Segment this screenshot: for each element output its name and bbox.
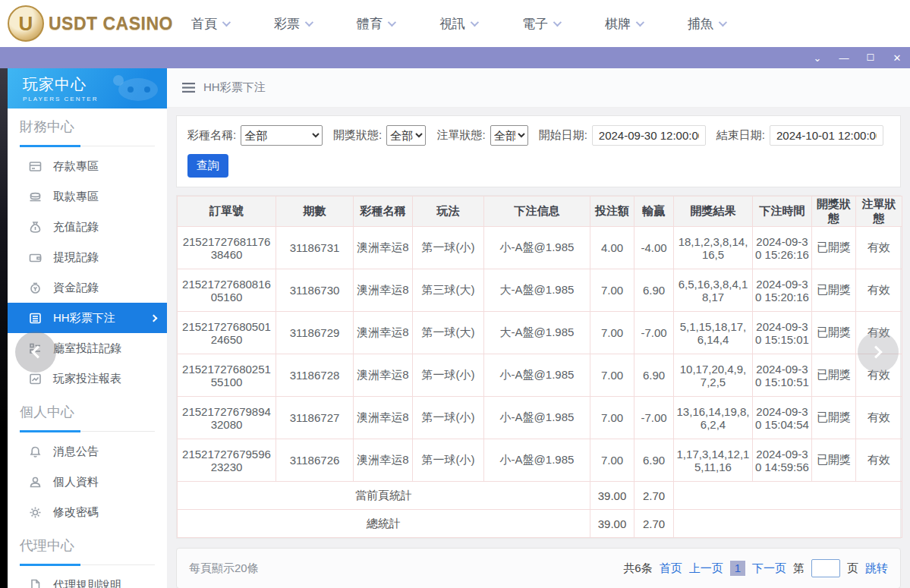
- nav-item-sports[interactable]: 體育: [357, 15, 394, 33]
- cell-bet-info: 大-A盤@1.985: [484, 269, 590, 312]
- sidebar-item-withdraw[interactable]: 取款專區: [8, 181, 167, 212]
- sidebar: 玩家中心 PLAYERS CENTER 財務中心 存款專區 取款專區 充值記錄: [8, 68, 167, 588]
- cell-play: 第一球(小): [413, 227, 484, 269]
- window-maximize-icon[interactable]: ☐: [865, 52, 876, 63]
- nav-item-lottery[interactable]: 彩票: [274, 15, 311, 33]
- cell-play: 第一球(大): [413, 312, 484, 354]
- cell-draw-result: 18,1,2,3,8,14,16,5: [674, 227, 753, 269]
- sidebar-item-recharge-record[interactable]: 充值記錄: [8, 212, 167, 242]
- wallet-icon: [29, 251, 42, 264]
- jump-link[interactable]: 跳转: [865, 561, 888, 576]
- page-summary-label: 當前頁統計: [178, 482, 590, 510]
- nav-item-fishing[interactable]: 捕魚: [688, 15, 725, 33]
- cell-order-id: 2152172767959623230: [178, 439, 276, 482]
- cell-win-loss: -7.00: [634, 312, 674, 354]
- start-date-input[interactable]: [592, 125, 706, 146]
- col-order-id: 訂單號: [178, 197, 276, 227]
- app-body: 玩家中心 PLAYERS CENTER 財務中心 存款專區 取款專區 充值記錄: [0, 68, 910, 588]
- lottery-name-select[interactable]: 全部: [241, 125, 323, 146]
- per-page-label: 每頁顯示20條: [189, 561, 259, 576]
- total-summary-bet-amount: 39.00: [590, 510, 634, 538]
- cell-bet-amount: 7.00: [590, 269, 634, 312]
- nav-item-electronic[interactable]: 電子: [522, 15, 559, 33]
- cell-bet-time: 2024-09-30 15:20:16: [753, 269, 812, 312]
- search-button[interactable]: 查詢: [187, 154, 228, 178]
- current-page-badge[interactable]: 1: [730, 561, 745, 576]
- sidebar-item-deposit[interactable]: 存款專區: [8, 151, 167, 181]
- cell-bet-time: 2024-09-30 14:59:56: [753, 439, 812, 482]
- cell-lottery: 澳洲幸运8: [354, 354, 413, 397]
- cell-bet-status: 有效: [856, 269, 902, 312]
- table-row: 2152172767989432080 31186727 澳洲幸运8 第一球(小…: [178, 397, 902, 439]
- scroll-right-button[interactable]: [858, 332, 899, 373]
- cell-win-loss: -7.00: [634, 397, 674, 439]
- sidebar-item-withdrawal-record[interactable]: 提現記錄: [8, 242, 167, 272]
- cell-draw-result: 5,1,15,18,17,6,14,4: [674, 312, 753, 354]
- col-draw-result: 開獎結果: [674, 197, 753, 227]
- cell-play: 第三球(大): [413, 269, 484, 312]
- cell-period: 31186731: [276, 227, 354, 269]
- col-bet-status: 注單狀態: [856, 197, 902, 227]
- chevron-down-icon: [471, 18, 479, 27]
- main-menu: 首頁 彩票 體育 視訊 電子 棋牌 捕魚: [191, 0, 725, 47]
- bet-status-select[interactable]: 全部: [490, 125, 528, 146]
- breadcrumb: HH彩票下注: [167, 68, 910, 108]
- window-controls: ⌄ — ☐ ✕: [812, 47, 902, 68]
- sidebar-item-label: 存款專區: [53, 159, 99, 174]
- sidebar-item-hh-lottery-bets[interactable]: HH彩票下注: [8, 303, 167, 333]
- window-dropdown-icon[interactable]: ⌄: [812, 52, 823, 64]
- table-row: 2152172767959623230 31186726 澳洲幸运8 第一球(小…: [178, 439, 902, 482]
- chevron-down-icon: [388, 18, 396, 27]
- sidebar-item-agent-rules[interactable]: 代理規則說明: [8, 570, 167, 588]
- report-chart-icon: [29, 373, 42, 385]
- page-number-input[interactable]: [811, 559, 840, 577]
- casino-logo-icon: U: [8, 5, 44, 42]
- nav-label: 首頁: [191, 15, 217, 33]
- nav-item-home[interactable]: 首頁: [191, 15, 228, 33]
- moneybag-icon: [29, 221, 42, 234]
- nav-label: 體育: [357, 15, 383, 33]
- nav-item-video[interactable]: 視訊: [439, 15, 477, 33]
- prev-page-link[interactable]: 上一页: [689, 561, 723, 576]
- next-page-link[interactable]: 下一页: [752, 561, 786, 576]
- sidebar-item-change-password[interactable]: 修改密碼: [8, 497, 167, 527]
- cell-draw-status: 已開獎: [812, 227, 856, 269]
- col-win-loss: 輸贏: [634, 197, 674, 227]
- cell-bet-time: 2024-09-30 15:04:54: [753, 397, 812, 439]
- sidebar-item-announcements[interactable]: 消息公告: [8, 436, 167, 467]
- brand-logo[interactable]: U USDT CASINO: [8, 5, 173, 42]
- cell-order-id: 2152172768050124650: [178, 312, 276, 354]
- chevron-down-icon: [553, 18, 562, 27]
- page-summary-bet-amount: 39.00: [590, 482, 634, 510]
- cell-bet-time: 2024-09-30 15:15:01: [753, 312, 812, 354]
- sidebar-item-label: 取款專區: [53, 190, 99, 204]
- cell-period: 31186726: [276, 439, 354, 482]
- window-close-icon[interactable]: ✕: [892, 52, 902, 64]
- pagination-controls: 共6条 首页 上一页 1 下一页 第 页 跳转: [623, 559, 888, 577]
- cell-bet-amount: 7.00: [590, 312, 634, 354]
- page-summary-blank: [674, 482, 902, 510]
- bets-table-panel: 訂單號 期數 彩種名稱 玩法 下注信息 投注額 輸贏 開獎結果 下注時間 開獎狀…: [176, 195, 901, 539]
- cell-order-id: 2152172768025155100: [178, 354, 276, 397]
- hamburger-menu-icon[interactable]: [182, 83, 195, 93]
- col-bet-time: 下注時間: [753, 197, 812, 227]
- sidebar-item-funds-record[interactable]: 資金記錄: [8, 272, 167, 303]
- nav-item-boardgames[interactable]: 棋牌: [605, 15, 642, 33]
- col-period: 期數: [276, 197, 354, 227]
- total-summary-row: 總統計 39.00 2.70: [178, 510, 902, 538]
- draw-status-select[interactable]: 全部: [386, 125, 426, 146]
- filter-panel: 彩種名稱: 全部 開獎狀態: 全部 注單狀態: 全部 開始日期: 結束日期: 查…: [176, 115, 901, 187]
- cell-lottery: 澳洲幸运8: [354, 439, 413, 482]
- cell-play: 第一球(小): [413, 397, 484, 439]
- person-icon: [29, 476, 42, 489]
- chevron-down-icon: [222, 18, 231, 27]
- window-minimize-icon[interactable]: —: [839, 52, 849, 64]
- background-strip: [0, 68, 8, 588]
- chevron-down-icon: [719, 18, 727, 27]
- table-row: 2152172768081605160 31186730 澳洲幸运8 第三球(大…: [178, 269, 902, 312]
- sidebar-item-profile[interactable]: 個人資料: [8, 467, 167, 497]
- first-page-link[interactable]: 首页: [660, 561, 682, 576]
- cell-bet-time: 2024-09-30 15:26:16: [753, 227, 812, 269]
- end-date-input[interactable]: [770, 125, 883, 146]
- collapse-left-button[interactable]: [15, 332, 56, 373]
